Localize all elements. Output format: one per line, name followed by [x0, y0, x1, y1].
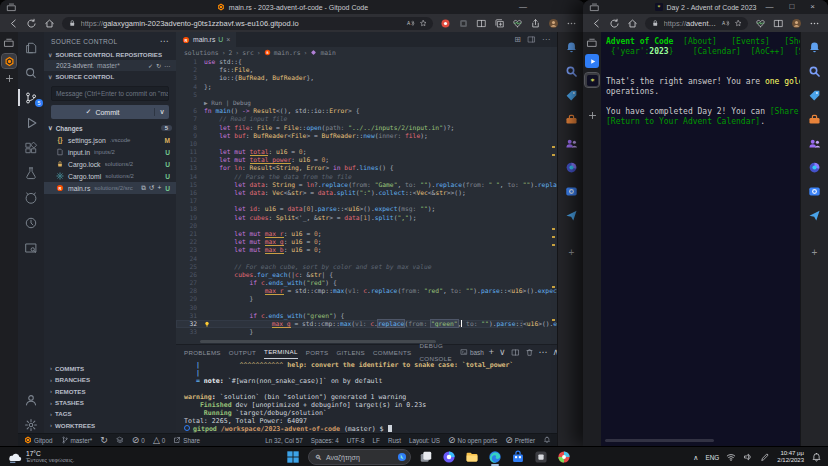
language-indicator[interactable]: ENG [705, 454, 719, 461]
code-line[interactable]: 7 // Read input file [176, 115, 523, 123]
address-bar[interactable]: https://galaxygamin-2023advento-g0ts1zzb… [62, 17, 433, 30]
breadcrumb[interactable]: solutions›2›src›Rmain.rs›main [176, 47, 557, 58]
code-line[interactable]: 10 [176, 140, 523, 148]
wifi-icon[interactable] [726, 452, 736, 462]
breadcrumb-item[interactable]: main [320, 49, 335, 57]
tab-main-rs[interactable]: R main.rs U × [176, 32, 236, 47]
commit-button[interactable]: ✓Commit ∨ [51, 105, 169, 119]
home-icon-right[interactable] [627, 18, 638, 29]
drop-icon[interactable] [808, 209, 821, 222]
prettier-status[interactable]: ⊘Prettier [505, 436, 535, 445]
kill-terminal-icon[interactable] [525, 348, 534, 357]
taskbar-search[interactable]: 🔍︎ Αναζήτηση [308, 449, 411, 465]
activity-gear[interactable] [18, 416, 44, 433]
code-editor[interactable]: 1use std::{2 fs::File,3 io::{BufRead, Bu… [176, 58, 557, 344]
code-line[interactable]: 19 let cubes: Split<'_, &str> = data[1].… [176, 214, 523, 222]
tab-actions-icon[interactable] [6, 2, 17, 13]
split-editor-icon[interactable]: ⊞ [514, 35, 521, 44]
camera-icon[interactable] [565, 185, 578, 198]
warnings-status[interactable]: △0 [153, 436, 165, 445]
breadcrumb-item[interactable]: solutions [184, 49, 219, 57]
change-row-Cargo.toml[interactable]: Cargo.tomlsolutions/2U [44, 170, 176, 182]
panel-tab-problems[interactable]: PROBLEMS [184, 346, 221, 359]
code-line[interactable]: 8 let file: File = File::open(path: "../… [176, 124, 523, 132]
code-line[interactable]: 9 let buf: BufReader<File> = BufReader::… [176, 132, 523, 140]
share-icon[interactable] [530, 18, 541, 29]
keyboard-layout[interactable]: Layout: US [409, 436, 440, 445]
activity-extensions[interactable] [18, 139, 44, 156]
more-menu-icon[interactable] [566, 18, 577, 29]
hidden-icons-chevron[interactable]: ∧ [693, 454, 698, 461]
code-line[interactable]: 1use std::{ [176, 58, 523, 66]
favorite-icon[interactable] [419, 19, 428, 28]
breadcrumb-item[interactable]: src [242, 49, 254, 57]
page-hscrollbar[interactable] [605, 439, 714, 442]
chevron-down-icon[interactable]: ∨ [499, 348, 506, 357]
pen-icon[interactable] [760, 452, 770, 462]
camera-icon[interactable] [808, 185, 821, 198]
commit-message-input[interactable]: Message (Ctrl+Enter to commit on "maste… [51, 86, 169, 101]
section-source-control[interactable]: ∨SOURCE CONTROL [44, 71, 176, 82]
changes-header[interactable]: ∨Changes 5 [44, 119, 176, 134]
maximize-button-right[interactable]: □ [782, 0, 801, 14]
bell-icon[interactable] [808, 41, 821, 54]
activity-searchvs[interactable] [18, 64, 44, 81]
clock[interactable]: 10:47 μμ 2/12/2023 [777, 450, 804, 464]
section-branches[interactable]: ›BRANCHES [44, 374, 176, 385]
app-dark[interactable] [533, 448, 549, 466]
section-stashes[interactable]: ›STASHES [44, 397, 176, 408]
activity-history[interactable] [18, 214, 44, 231]
code-line[interactable]: 2 fs::File, [176, 66, 523, 74]
weather-widget[interactable]: 17°C Έντονες νεφώσεις. [0, 450, 74, 464]
code-line[interactable]: 24 [176, 255, 523, 263]
profile-avatar-right[interactable] [791, 18, 802, 29]
open-file-icon[interactable]: ⧉ [141, 184, 146, 192]
code-line[interactable]: 20 [176, 222, 523, 230]
change-row-main.rs[interactable]: Rmain.rssolutions/2/src⧉↺+U [44, 182, 176, 194]
shell-selector[interactable]: bash [460, 348, 484, 356]
refresh-repo-icon[interactable]: ↻ [156, 63, 161, 69]
change-row-input.in[interactable]: input.ininputs/2U [44, 146, 176, 158]
ports-status[interactable]: ⊘No open ports [448, 436, 497, 445]
sidebar-more-icon[interactable]: ⋯ [160, 37, 169, 46]
editor-hscrollbar[interactable] [200, 340, 436, 343]
panel-tab-terminal[interactable]: TERMINAL [264, 345, 298, 359]
change-row-settings.json[interactable]: {}settings.json.vscodeM [44, 134, 176, 146]
code-line[interactable]: 3 io::{BufRead, BufReader}, [176, 74, 523, 82]
address-bar-right[interactable]: https://advent… A [645, 17, 748, 30]
panel-tab-output[interactable]: OUTPUT [229, 346, 256, 359]
close-tab-icon[interactable]: × [226, 36, 230, 43]
errors-status[interactable]: ⊘0 [132, 436, 145, 445]
code-line[interactable]: 28 max_r = std::cmp::max(v1: c.replace(f… [176, 287, 523, 295]
branch-status[interactable]: master* [61, 436, 93, 444]
section-repositories[interactable]: ∨SOURCE CONTROL REPOSITORIES [44, 49, 176, 60]
code-line[interactable]: 21 let mut max_r: u16 = 0; [176, 230, 523, 238]
more-menu-icon-right[interactable] [809, 18, 820, 29]
tab-aoc[interactable]: * [585, 73, 599, 87]
sync-status[interactable]: ↻ [100, 436, 108, 445]
profile-avatar[interactable] [548, 18, 559, 29]
notifications-bell-icon[interactable] [811, 452, 822, 463]
read-aloud-icon[interactable]: A [406, 19, 415, 28]
cursor-position[interactable]: Ln 32, Col 57 [265, 436, 302, 445]
split-screen-icon[interactable] [476, 18, 487, 29]
panel-tab-comments[interactable]: COMMENTS [373, 346, 412, 359]
tab-gitpod[interactable] [2, 54, 16, 68]
split-terminal-icon[interactable] [511, 348, 520, 357]
refresh-icon[interactable] [26, 18, 37, 29]
section-tags[interactable]: ›TAGS [44, 408, 176, 419]
tab-list-icon-right[interactable] [586, 37, 598, 49]
stage-icon[interactable]: + [157, 184, 161, 192]
app-colorful[interactable] [556, 448, 572, 466]
gitpod-status[interactable]: Gitpod [24, 436, 53, 444]
code-line[interactable]: 11 let mut total: u16 = 0; [176, 148, 523, 156]
encoding[interactable]: UTF-8 [347, 436, 365, 445]
code-line[interactable]: 32 max_g = std::cmp::max(v1: c.replace(f… [176, 320, 523, 328]
browser-essentials-icon[interactable] [512, 18, 523, 29]
commit-dropdown-icon[interactable]: ∨ [154, 108, 169, 116]
code-line[interactable]: 6fn main() -> Result<(), std::io::Error>… [176, 107, 523, 115]
favorite-icon-right[interactable] [734, 19, 743, 28]
search-icon[interactable] [565, 65, 578, 78]
add-apps-icon[interactable]: + [812, 247, 818, 258]
new-tab-icon-right[interactable] [587, 110, 598, 121]
